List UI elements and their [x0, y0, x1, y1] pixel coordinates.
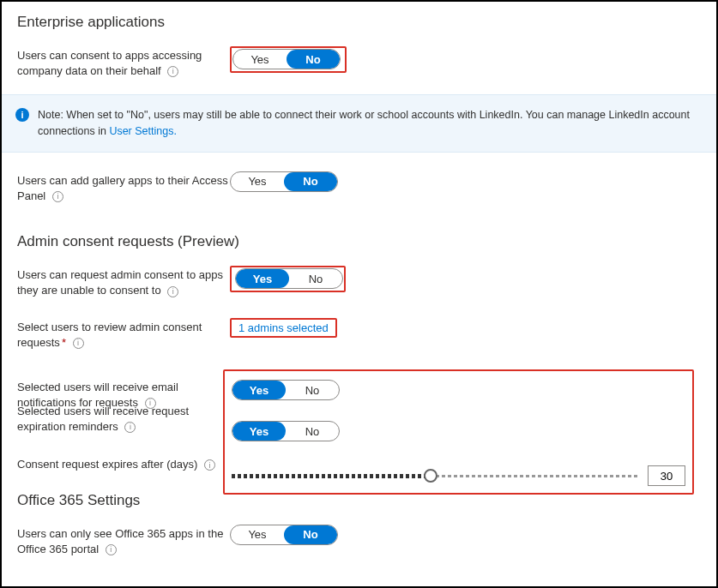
info-icon[interactable]: i — [204, 459, 215, 471]
toggle-no[interactable]: No — [284, 525, 337, 544]
label-request-admin: Users can request admin consent to apps … — [17, 266, 230, 298]
section-admin-consent-title: Admin consent requests (Preview) — [17, 233, 701, 250]
toggle-no[interactable]: No — [287, 50, 340, 69]
info-icon[interactable]: i — [52, 191, 63, 202]
linkedin-note-callout: i Note: When set to "No", users may stil… — [2, 94, 716, 153]
highlight-settings-group: Yes No Yes No — [223, 369, 694, 495]
toggle-yes[interactable]: Yes — [231, 525, 284, 544]
label-select-reviewers: Select users to review admin consent req… — [17, 318, 230, 351]
toggle-no[interactable]: No — [286, 381, 339, 399]
toggle-o365-apps[interactable]: Yes No — [230, 525, 338, 545]
toggle-no[interactable]: No — [289, 269, 342, 288]
row-select-reviewers: Select users to review admin consent req… — [17, 318, 701, 351]
toggle-request-admin[interactable]: Yes No — [235, 268, 343, 289]
required-asterisk: * — [62, 336, 66, 349]
row-o365-apps: Users can only see Office 365 apps in th… — [17, 525, 701, 557]
label-o365-apps: Users can only see Office 365 apps in th… — [17, 525, 230, 557]
info-icon[interactable]: i — [124, 422, 136, 433]
row-add-gallery: Users can add gallery apps to their Acce… — [17, 171, 701, 204]
info-badge-icon: i — [15, 108, 29, 122]
user-settings-link[interactable]: User Settings. — [109, 125, 177, 137]
info-icon[interactable]: i — [167, 66, 178, 77]
row-consent-apps: Users can consent to apps accessing comp… — [17, 46, 701, 79]
expire-days-slider[interactable] — [232, 469, 637, 483]
toggle-yes[interactable]: Yes — [236, 269, 289, 288]
highlight-consent-toggle: Yes No — [230, 46, 347, 73]
toggle-no[interactable]: No — [286, 422, 339, 441]
label-expire-days: Consent request expires after (days) i — [17, 455, 230, 472]
slider-thumb[interactable] — [424, 469, 437, 483]
section-enterprise-title: Enterprise applications — [17, 14, 701, 31]
highlight-admins-selected: 1 admins selected — [230, 318, 337, 338]
label-add-gallery: Users can add gallery apps to their Acce… — [17, 171, 230, 204]
admins-selected-link[interactable]: 1 admins selected — [238, 321, 329, 334]
toggle-no[interactable]: No — [284, 172, 337, 191]
info-icon[interactable]: i — [73, 338, 84, 349]
label-expire-remind: Selected users will receive request expi… — [17, 402, 230, 435]
toggle-expire-remind[interactable]: Yes No — [232, 421, 340, 441]
toggle-yes[interactable]: Yes — [232, 381, 286, 399]
row-request-admin: Users can request admin consent to apps … — [17, 266, 701, 298]
toggle-add-gallery[interactable]: Yes No — [230, 171, 338, 192]
expire-days-slider-wrap — [232, 465, 685, 486]
label-consent-apps: Users can consent to apps accessing comp… — [17, 46, 230, 79]
toggle-consent-apps[interactable]: Yes No — [232, 49, 341, 69]
highlight-request-toggle: Yes No — [230, 266, 346, 292]
info-icon[interactable]: i — [167, 286, 178, 297]
info-icon[interactable]: i — [106, 544, 117, 555]
toggle-yes[interactable]: Yes — [232, 422, 286, 441]
toggle-email-notify[interactable]: Yes No — [232, 380, 340, 400]
toggle-yes[interactable]: Yes — [233, 50, 287, 69]
toggle-yes[interactable]: Yes — [231, 172, 284, 191]
expire-days-input[interactable] — [648, 465, 685, 486]
